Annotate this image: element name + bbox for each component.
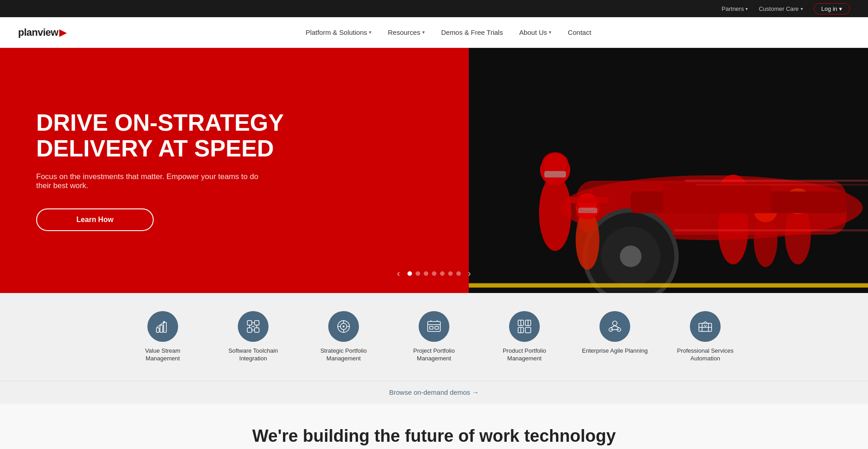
- svg-rect-41: [255, 328, 259, 332]
- solution-agile[interactable]: Enterprise Agile Planning: [570, 307, 660, 372]
- carousel-dot-2[interactable]: [415, 271, 420, 276]
- solution-value-stream[interactable]: Value Stream Management: [118, 307, 208, 372]
- svg-rect-33: [674, 229, 868, 232]
- logo-text: planview: [18, 27, 58, 38]
- svg-rect-13: [469, 283, 868, 288]
- hero-content: DRIVE ON-STRATEGY DELIVERY AT SPEED Focu…: [0, 48, 469, 293]
- logo-arrow: ▶: [59, 27, 67, 38]
- hero-image: [469, 48, 868, 293]
- carousel-dot-3[interactable]: [424, 271, 428, 276]
- hero-cta-button[interactable]: Learn How: [36, 208, 154, 231]
- carousel-dot-7[interactable]: [456, 271, 461, 276]
- hero-subtitle: Focus on the investments that matter. Em…: [36, 172, 262, 190]
- hero-section: DRIVE ON-STRATEGY DELIVERY AT SPEED Focu…: [0, 48, 868, 293]
- svg-point-14: [539, 175, 571, 251]
- carousel-dot-6[interactable]: [448, 271, 453, 276]
- svg-rect-25: [544, 171, 566, 177]
- nav-platform-solutions-label: Platform & Solutions: [306, 28, 367, 36]
- svg-rect-36: [164, 322, 166, 332]
- svg-rect-27: [578, 208, 597, 213]
- value-stream-icon-bg: [147, 311, 178, 342]
- solution-product-label: Product Portfolio Management: [490, 347, 559, 363]
- nav-demos-label: Demos & Free Trials: [441, 28, 503, 36]
- nav-icons: [812, 24, 850, 41]
- nav-resources[interactable]: Resources ▾: [381, 25, 432, 40]
- nav-about-label: About Us: [519, 28, 547, 36]
- svg-point-49: [343, 326, 344, 327]
- partners-label: Partners: [722, 5, 744, 12]
- solution-toolchain[interactable]: Software Toolchain Integration: [208, 307, 298, 372]
- svg-line-71: [615, 326, 619, 328]
- solution-strategic-label: Strategic Portfolio Management: [309, 347, 378, 363]
- carousel-dot-5[interactable]: [440, 271, 444, 276]
- customer-care-label: Customer Care: [759, 5, 798, 12]
- customer-care-chevron: ▾: [801, 6, 803, 11]
- product-icon-bg: [509, 311, 540, 342]
- solution-psa-label: Professional Services Automation: [671, 347, 740, 363]
- solution-product[interactable]: Product Portfolio Management: [479, 307, 570, 372]
- carousel-next[interactable]: ›: [464, 266, 475, 280]
- svg-rect-59: [435, 326, 439, 329]
- browse-demos-section: Browse on-demand demos →: [0, 381, 868, 404]
- top-bar: Partners ▾ Customer Care ▾ Log in ▾: [0, 0, 868, 17]
- solution-value-stream-label: Value Stream Management: [128, 347, 197, 363]
- nav-about-chevron: ▾: [549, 29, 552, 35]
- solution-agile-label: Enterprise Agile Planning: [582, 347, 647, 355]
- login-label: Log in: [821, 5, 837, 12]
- svg-line-70: [611, 326, 615, 328]
- solution-psa[interactable]: Professional Services Automation: [660, 307, 750, 372]
- svg-rect-39: [255, 321, 259, 325]
- partners-chevron: ▾: [745, 6, 748, 11]
- solution-project-label: Project Portfolio Management: [400, 347, 468, 363]
- svg-point-67: [613, 321, 617, 326]
- partners-link[interactable]: Partners ▾: [722, 5, 748, 12]
- svg-rect-30: [663, 184, 771, 213]
- project-icon-bg: [419, 311, 449, 342]
- main-nav: planview▶ Platform & Solutions ▾ Resourc…: [0, 17, 868, 48]
- logo[interactable]: planview▶: [18, 27, 67, 38]
- svg-point-0: [817, 29, 822, 34]
- svg-rect-34: [156, 328, 159, 332]
- agile-icon-bg: [599, 311, 630, 342]
- svg-rect-28: [566, 197, 609, 203]
- solution-strategic[interactable]: Strategic Portfolio Management: [298, 307, 389, 372]
- nav-links: Platform & Solutions ▾ Resources ▾ Demos…: [85, 25, 812, 40]
- solutions-strip: Value Stream Management Software Toolcha…: [0, 293, 868, 381]
- nav-resources-label: Resources: [388, 28, 420, 36]
- nav-contact[interactable]: Contact: [561, 25, 599, 40]
- hero-title: DRIVE ON-STRATEGY DELIVERY AT SPEED: [36, 110, 344, 161]
- carousel-prev[interactable]: ‹: [393, 266, 404, 280]
- strategic-icon-bg: [328, 311, 359, 342]
- search-button[interactable]: [812, 24, 828, 41]
- nav-platform-solutions[interactable]: Platform & Solutions ▾: [298, 25, 379, 40]
- carousel-dot-4[interactable]: [432, 271, 436, 276]
- bottom-teaser-title: We're building the future of work techno…: [18, 426, 850, 446]
- bottom-teaser: We're building the future of work techno…: [0, 404, 868, 449]
- browse-demos-link[interactable]: Browse on-demand demos →: [389, 388, 479, 396]
- login-button[interactable]: Log in ▾: [814, 3, 850, 14]
- nav-resources-chevron: ▾: [422, 29, 425, 35]
- svg-rect-58: [429, 326, 433, 329]
- hero-cta-label: Learn How: [76, 216, 113, 224]
- language-button[interactable]: [834, 24, 850, 41]
- svg-rect-40: [247, 328, 252, 332]
- psa-icon-bg: [690, 311, 721, 342]
- customer-care-link[interactable]: Customer Care ▾: [759, 5, 802, 12]
- solution-project[interactable]: Project Portfolio Management: [389, 307, 479, 372]
- nav-contact-label: Contact: [568, 28, 591, 36]
- carousel-dot-1[interactable]: [407, 271, 412, 276]
- solution-toolchain-label: Software Toolchain Integration: [219, 347, 288, 363]
- carousel-controls: ‹ ›: [393, 266, 474, 280]
- svg-rect-31: [684, 180, 868, 182]
- svg-rect-38: [247, 321, 252, 325]
- svg-rect-35: [160, 325, 163, 332]
- nav-about[interactable]: About Us ▾: [512, 25, 559, 40]
- svg-rect-63: [525, 327, 531, 333]
- svg-rect-32: [695, 184, 868, 186]
- toolchain-icon-bg: [238, 311, 269, 342]
- login-chevron: ▾: [839, 5, 842, 12]
- nav-platform-solutions-chevron: ▾: [369, 29, 372, 35]
- svg-line-1: [821, 34, 824, 37]
- nav-demos[interactable]: Demos & Free Trials: [434, 25, 510, 40]
- svg-point-12: [620, 246, 642, 267]
